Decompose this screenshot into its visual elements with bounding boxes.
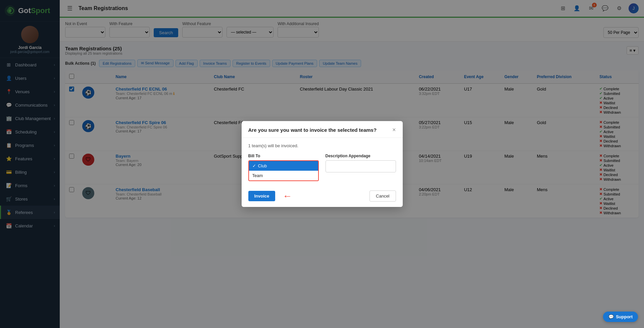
modal-header: Are you sure you want to invoice the sel… <box>242 121 403 138</box>
bill-to-label: Bill To <box>248 154 319 158</box>
modal-subtitle: 1 team(s) will be invoiced. <box>248 143 396 148</box>
modal-form-row: Bill To ✓ Club Team Description Appendag… <box>248 154 396 181</box>
cancel-button[interactable]: Cancel <box>369 190 396 202</box>
option-label: Club <box>258 163 267 168</box>
description-field: Description Appendage <box>326 154 396 172</box>
invoice-modal: Are you sure you want to invoice the sel… <box>242 121 403 207</box>
bill-to-field: Bill To ✓ Club Team <box>248 154 319 181</box>
support-icon: 💬 <box>608 314 614 319</box>
bill-to-club-option[interactable]: ✓ Club <box>249 161 318 171</box>
description-label: Description Appendage <box>326 154 396 158</box>
check-icon: ✓ <box>252 163 256 168</box>
bill-to-team-option[interactable]: Team <box>249 171 318 180</box>
modal-footer: Invoice ← Cancel <box>242 186 403 207</box>
modal-overlay: Are you sure you want to invoice the sel… <box>0 0 644 328</box>
bill-to-select: ✓ Club Team <box>248 160 319 181</box>
arrow-indicator: ← <box>283 191 292 202</box>
modal-body: 1 team(s) will be invoiced. Bill To ✓ Cl… <box>242 138 403 186</box>
support-label: Support <box>616 314 633 319</box>
option-label: Team <box>252 173 263 178</box>
support-button[interactable]: 💬 Support <box>603 312 638 322</box>
invoice-button[interactable]: Invoice <box>248 191 276 201</box>
modal-title: Are you sure you want to invoice the sel… <box>248 127 377 133</box>
description-input[interactable] <box>326 160 396 172</box>
modal-close-button[interactable]: × <box>392 126 396 133</box>
